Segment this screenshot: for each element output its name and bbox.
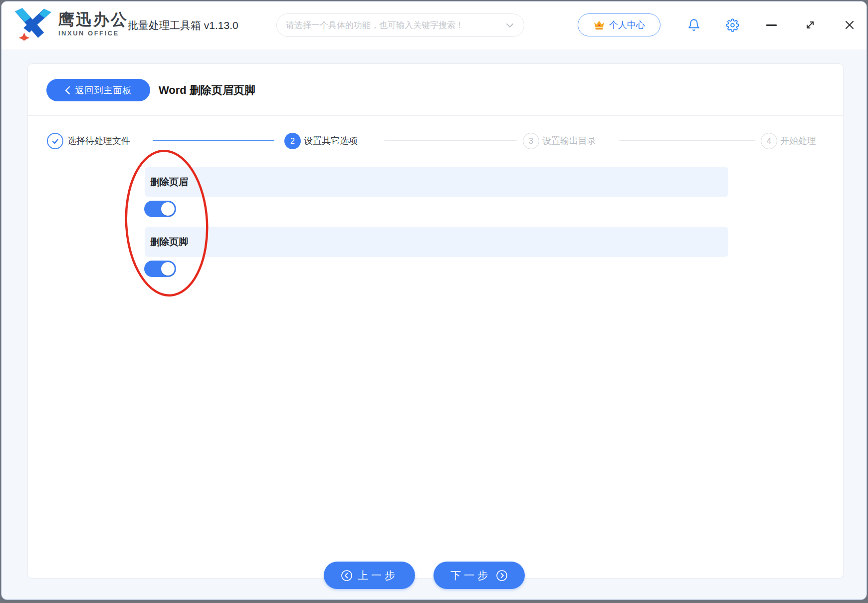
- minimize-button[interactable]: [764, 18, 778, 32]
- app-logo: 鹰迅办公 INXUN OFFICE: [13, 7, 128, 40]
- previous-step-label: 上一步: [358, 569, 398, 583]
- app-header: 鹰迅办公 INXUN OFFICE 批量处理工具箱 v1.13.0 个人中心: [1, 1, 867, 49]
- step-2-indicator: 2: [284, 133, 301, 149]
- back-to-dashboard-button[interactable]: 返回到主面板: [46, 79, 150, 101]
- app-title: 批量处理工具箱 v1.13.0: [128, 1, 238, 49]
- step-4-indicator: 4: [761, 133, 777, 149]
- search-input[interactable]: [286, 20, 506, 30]
- chevron-down-icon[interactable]: [506, 23, 514, 28]
- page-title: Word 删除页眉页脚: [159, 79, 255, 101]
- brand-name-cn: 鹰迅办公: [58, 11, 128, 28]
- fullscreen-button[interactable]: [803, 18, 817, 32]
- screen: 鹰迅办公 INXUN OFFICE 批量处理工具箱 v1.13.0 个人中心: [0, 0, 868, 603]
- step-connector-2: [384, 140, 517, 141]
- close-button[interactable]: [843, 18, 857, 32]
- main-panel: 返回到主面板 Word 删除页眉页脚 选择待处理文件 2 设置其它选项 3 设置…: [27, 63, 844, 579]
- function-search[interactable]: [276, 13, 524, 37]
- minimize-icon: [766, 24, 777, 26]
- option-row-remove-header: 删除页眉: [145, 167, 728, 197]
- remove-header-toggle[interactable]: [144, 201, 176, 217]
- expand-icon: [804, 19, 816, 31]
- header-divider: [28, 115, 843, 116]
- back-button-label: 返回到主面板: [75, 84, 132, 96]
- step-4-label: 开始处理: [780, 135, 816, 147]
- close-icon: [844, 19, 856, 31]
- toggle-knob: [161, 262, 175, 276]
- remove-header-label: 删除页眉: [150, 176, 188, 189]
- app-window: 鹰迅办公 INXUN OFFICE 批量处理工具箱 v1.13.0 个人中心: [1, 1, 867, 600]
- step-connector-3: [619, 140, 755, 141]
- step-2-label: 设置其它选项: [304, 135, 358, 147]
- step-3-label: 设置输出目录: [542, 135, 596, 147]
- circle-chevron-left-icon: [341, 570, 353, 582]
- user-center-button[interactable]: 个人中心: [578, 13, 660, 36]
- option-row-remove-footer: 删除页脚: [145, 227, 728, 257]
- step-3-indicator: 3: [523, 133, 539, 149]
- circle-chevron-right-icon: [496, 570, 508, 582]
- previous-step-button[interactable]: 上一步: [324, 562, 415, 589]
- settings-gear-icon[interactable]: [725, 18, 739, 32]
- check-icon: [51, 138, 59, 145]
- step-1-label: 选择待处理文件: [67, 135, 130, 147]
- user-center-label: 个人中心: [609, 19, 645, 31]
- toggle-knob: [161, 202, 175, 216]
- crown-icon: [593, 19, 605, 30]
- next-step-button[interactable]: 下一步: [434, 562, 525, 589]
- logo-x-icon: [13, 7, 53, 40]
- brand-text: 鹰迅办公 INXUN OFFICE: [58, 11, 128, 37]
- step-1-indicator: [47, 133, 63, 149]
- step-connector-1: [153, 140, 274, 141]
- remove-footer-label: 删除页脚: [150, 236, 188, 249]
- remove-footer-toggle[interactable]: [144, 261, 176, 277]
- notification-bell-icon[interactable]: [687, 18, 701, 32]
- next-step-label: 下一步: [450, 569, 491, 583]
- chevron-left-icon: [65, 86, 70, 95]
- brand-name-en: INXUN OFFICE: [58, 29, 128, 37]
